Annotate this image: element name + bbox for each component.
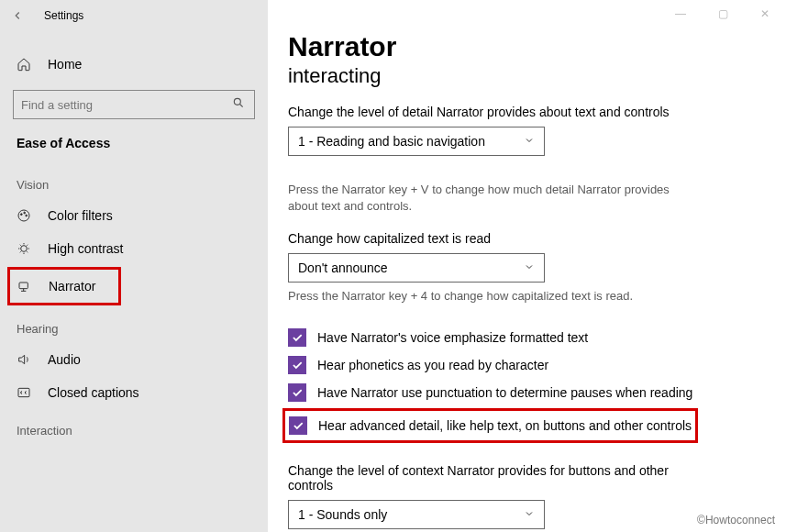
checkbox-punctuation[interactable]: Have Narrator use punctuation to determi… <box>288 379 758 406</box>
search-box[interactable] <box>13 90 255 119</box>
minimize-button[interactable]: — <box>659 0 702 28</box>
search-input[interactable] <box>21 98 232 112</box>
checkbox-icon <box>288 383 306 402</box>
search-icon <box>232 96 247 113</box>
home-button[interactable]: Home <box>0 48 268 81</box>
detail-level-dropdown[interactable]: 1 - Reading and basic navigation <box>288 127 545 156</box>
detail-help-text: Press the Narrator key + V to change how… <box>288 182 673 215</box>
checkbox-icon <box>288 356 306 374</box>
home-icon <box>17 57 35 72</box>
caps-label: Change how capitalized text is read <box>288 231 758 246</box>
checkbox-advanced-detail[interactable]: Hear advanced detail, like help text, on… <box>289 416 692 435</box>
sidebar-item-label: High contrast <box>48 241 123 256</box>
svg-point-1 <box>18 210 29 221</box>
checkbox-label: Hear advanced detail, like help text, on… <box>318 418 692 433</box>
titlebar: Settings <box>0 0 268 31</box>
caps-help-text: Press the Narrator key + 4 to change how… <box>288 288 673 305</box>
context-label: Change the level of context Narrator pro… <box>288 463 673 493</box>
svg-point-2 <box>20 214 22 216</box>
checkbox-icon <box>289 416 307 435</box>
home-label: Home <box>48 57 82 72</box>
dropdown-value: Don't announce <box>298 260 388 275</box>
svg-point-3 <box>24 212 26 214</box>
sidebar-item-narrator[interactable]: Narrator <box>7 267 121 305</box>
chevron-down-icon <box>524 260 535 275</box>
group-hearing: Hearing <box>0 307 268 343</box>
checkbox-emphasize-formatted[interactable]: Have Narrator's voice emphasize formatte… <box>288 324 758 351</box>
sidebar-item-label: Closed captions <box>48 385 139 400</box>
svg-rect-7 <box>18 388 29 396</box>
svg-rect-6 <box>19 283 28 289</box>
page-title: Narrator <box>288 31 758 62</box>
dropdown-value: 1 - Sounds only <box>298 507 387 522</box>
sidebar-item-label: Color filters <box>48 208 113 223</box>
chevron-down-icon <box>524 507 535 522</box>
sidebar-item-label: Narrator <box>49 279 95 294</box>
checkbox-phonetics[interactable]: Hear phonetics as you read by character <box>288 351 758 379</box>
cc-icon <box>17 385 35 400</box>
sidebar-item-closed-captions[interactable]: Closed captions <box>0 376 268 409</box>
content-pane: — ▢ ✕ Narrator interacting Change the le… <box>268 0 786 532</box>
svg-point-0 <box>234 98 240 105</box>
caps-dropdown[interactable]: Don't announce <box>288 253 545 283</box>
sidebar-item-label: Audio <box>48 352 81 367</box>
sidebar-item-audio[interactable]: Audio <box>0 343 268 376</box>
group-interaction: Interaction <box>0 409 268 445</box>
page-subtitle: interacting <box>288 64 758 88</box>
checkbox-label: Have Narrator's voice emphasize formatte… <box>317 330 588 345</box>
sidebar-item-color-filters[interactable]: Color filters <box>0 199 268 232</box>
sidebar: Settings Home Ease of Access Vision Colo… <box>0 0 268 532</box>
narrator-icon <box>17 279 36 294</box>
section-header: Ease of Access <box>0 136 268 163</box>
group-vision: Vision <box>0 163 268 199</box>
window-controls: — ▢ ✕ <box>659 0 786 28</box>
svg-point-5 <box>21 246 28 252</box>
svg-point-4 <box>26 215 28 216</box>
checkbox-icon <box>288 328 306 347</box>
dropdown-value: 1 - Reading and basic navigation <box>298 134 485 149</box>
back-icon[interactable] <box>9 7 26 24</box>
context-dropdown[interactable]: 1 - Sounds only <box>288 500 545 529</box>
contrast-icon <box>17 241 35 256</box>
chevron-down-icon <box>524 134 535 149</box>
checkbox-label: Have Narrator use punctuation to determi… <box>317 385 692 400</box>
palette-icon <box>17 208 35 223</box>
audio-icon <box>17 352 35 367</box>
detail-level-label: Change the level of detail Narrator prov… <box>288 105 758 119</box>
maximize-button[interactable]: ▢ <box>702 0 744 28</box>
highlighted-checkbox: Hear advanced detail, like help text, on… <box>282 408 698 443</box>
sidebar-item-high-contrast[interactable]: High contrast <box>0 232 268 265</box>
watermark: ©Howtoconnect <box>697 514 775 526</box>
app-title: Settings <box>44 9 83 22</box>
checkbox-label: Hear phonetics as you read by character <box>317 358 548 372</box>
close-button[interactable]: ✕ <box>744 0 786 28</box>
